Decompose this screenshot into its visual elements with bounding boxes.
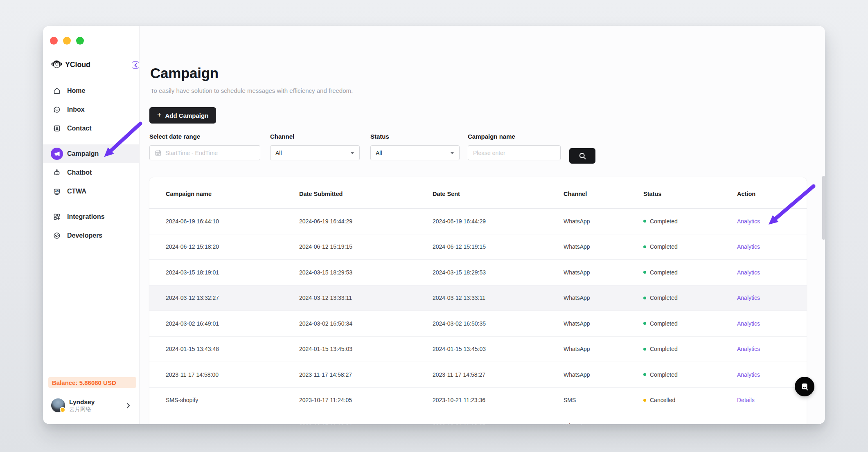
- channel-value: All: [275, 150, 350, 156]
- status-value: All: [376, 150, 450, 156]
- cell-date-sent: 2024-03-12 13:33:11: [433, 295, 564, 301]
- brand-logo: YCloud: [51, 59, 90, 70]
- chevron-left-icon: [134, 63, 138, 67]
- inbox-icon: [53, 106, 61, 114]
- sidebar-item-ctwa[interactable]: ADCTWA: [43, 182, 139, 201]
- table-row[interactable]: 2024-03-02 16:49:012024-03-02 16:50:3420…: [149, 311, 807, 337]
- column-header: Date Submitted: [299, 191, 433, 197]
- table-header-row: Campaign nameDate SubmittedDate SentChan…: [149, 177, 807, 209]
- cell-campaign-name: 2024-03-12 13:32:27: [166, 295, 299, 301]
- cell-campaign-name: 2024-06-19 16:44:10: [166, 218, 299, 225]
- home-icon: [53, 87, 61, 95]
- cell-date-submitted: 2023-10-17 11:24:05: [299, 397, 433, 403]
- table-row[interactable]: 2023-11-17 14:58:002023-11-17 14:58:2720…: [149, 362, 807, 388]
- sidebar-item-inbox[interactable]: Inbox: [43, 100, 139, 119]
- channel-select[interactable]: All: [270, 145, 360, 160]
- action-link-analytics[interactable]: Analytics: [737, 346, 760, 352]
- cell-status: Completed: [643, 346, 737, 352]
- desktop-background: YCloud HomeInboxContactCampaignChatbotAD…: [0, 0, 868, 452]
- cell-campaign-name: 2024-03-02 16:49:01: [166, 320, 299, 327]
- table-row[interactable]: 2024-01-15 13:43:482024-01-15 13:45:0320…: [149, 337, 807, 362]
- status-dot: [643, 220, 646, 223]
- window-controls: [50, 37, 84, 45]
- close-window-button[interactable]: [50, 37, 58, 45]
- cell-date-submitted: 2024-06-12 15:19:15: [299, 243, 433, 250]
- table-row[interactable]: SMS-shopify2023-10-17 11:24:052023-10-21…: [149, 388, 807, 414]
- cell-channel: WhatsApp: [564, 346, 643, 352]
- column-header: Status: [643, 191, 737, 197]
- cell-channel: WhatsApp: [564, 320, 643, 327]
- column-header: Date Sent: [433, 191, 564, 197]
- action-link-details[interactable]: Details: [737, 397, 755, 403]
- filter-channel: Channel All: [270, 133, 360, 160]
- sidebar-item-label: Inbox: [67, 106, 85, 113]
- table-row[interactable]: 2024-03-15 18:19:012024-03-15 18:29:5320…: [149, 260, 807, 286]
- sidebar-collapse-button[interactable]: [132, 61, 139, 69]
- sidebar-item-contact[interactable]: Contact: [43, 119, 139, 138]
- table-row[interactable]: 2024-03-12 13:32:272024-03-12 13:33:1120…: [149, 286, 807, 311]
- cell-date-sent: 2024-06-12 15:19:15: [433, 243, 564, 250]
- svg-text:AD: AD: [55, 190, 59, 193]
- cell-channel: WhatsApp: [564, 243, 643, 250]
- status-dot: [643, 297, 646, 299]
- table-row[interactable]: 2024-06-19 16:44:102024-06-19 16:44:2920…: [149, 209, 807, 234]
- cell-date-sent: 2024-01-15 13:45:03: [433, 346, 564, 352]
- campaign-name-input[interactable]: Please enter: [468, 145, 561, 160]
- presence-dot: [60, 407, 65, 413]
- sidebar-item-chatbot[interactable]: Chatbot: [43, 163, 139, 182]
- cell-campaign-name: 2024-03-15 18:19:01: [166, 269, 299, 276]
- sidebar-item-developers[interactable]: Developers: [43, 226, 139, 245]
- action-link-analytics[interactable]: Analytics: [737, 295, 760, 301]
- action-link-analytics[interactable]: Analytics: [737, 320, 760, 327]
- app-window: YCloud HomeInboxContactCampaignChatbotAD…: [43, 26, 825, 424]
- chat-widget-button[interactable]: [795, 377, 814, 396]
- sidebar-item-label: Developers: [67, 232, 102, 239]
- brand-name: YCloud: [65, 61, 90, 69]
- zoom-window-button[interactable]: [76, 37, 84, 45]
- sidebar-item-home[interactable]: Home: [43, 81, 139, 100]
- ctwa-ad-icon: AD: [53, 187, 61, 196]
- add-campaign-label: Add Campaign: [165, 112, 209, 119]
- cell-action: Analytics: [737, 346, 790, 352]
- status-label: Completed: [650, 371, 678, 378]
- cell-date-submitted: 2023-11-17 14:58:27: [299, 371, 433, 378]
- status-select[interactable]: All: [370, 145, 460, 160]
- sidebar-item-campaign[interactable]: Campaign: [43, 144, 139, 163]
- cell-date-submitted: 2024-03-15 18:29:53: [299, 269, 433, 276]
- cell-date-submitted: 2024-03-02 16:50:34: [299, 320, 433, 327]
- table-body: 2024-06-19 16:44:102024-06-19 16:44:2920…: [149, 209, 807, 424]
- search-button[interactable]: [569, 148, 595, 164]
- user-org: 云片网络: [69, 406, 126, 413]
- action-link-analytics[interactable]: Analytics: [737, 371, 760, 378]
- table-row[interactable]: 2024-06-12 15:18:202024-06-12 15:19:1520…: [149, 234, 807, 260]
- sidebar-item-integrations[interactable]: Integrations: [43, 207, 139, 226]
- chevron-down-icon: [350, 152, 354, 154]
- ycloud-monkey-logo-icon: [51, 59, 62, 70]
- campaign-name-label: Campaign name: [468, 133, 561, 140]
- cell-action: Analytics: [737, 243, 790, 250]
- action-link-analytics[interactable]: Analytics: [737, 269, 760, 276]
- balance-badge: Balance: 5.86080 USD: [48, 377, 136, 388]
- contact-icon: [53, 124, 61, 133]
- cell-date-sent: 2023-10-21 11:23:36: [433, 397, 564, 403]
- add-campaign-button[interactable]: + Add Campaign: [149, 107, 216, 124]
- chevron-down-icon: [450, 152, 454, 154]
- scrollbar-thumb[interactable]: [822, 176, 825, 240]
- column-header: Campaign name: [166, 191, 299, 197]
- cell-campaign-name: 2024-06-12 15:18:20: [166, 243, 299, 250]
- cell-action: Details: [737, 397, 790, 403]
- cell-action: Analytics: [737, 218, 790, 225]
- action-link-analytics[interactable]: Analytics: [737, 218, 760, 225]
- page-title: Campaign: [150, 65, 219, 81]
- action-link-analytics[interactable]: Analytics: [737, 243, 760, 250]
- filter-date-range: Select date range StartTime - EndTime: [149, 133, 260, 160]
- minimize-window-button[interactable]: [63, 37, 71, 45]
- chatbot-icon: [53, 169, 61, 177]
- table-row[interactable]: 2023-10-17 11:10:042023-10-21 11:10:05Wh…: [149, 413, 807, 424]
- date-range-input[interactable]: StartTime - EndTime: [149, 145, 260, 160]
- cell-date-sent: 2024-03-15 18:29:53: [433, 269, 564, 276]
- cell-channel: WhatsApp: [564, 269, 643, 276]
- channel-label: Channel: [270, 133, 360, 140]
- user-profile[interactable]: Lyndsey 云片网络: [43, 395, 139, 416]
- user-name: Lyndsey: [69, 398, 126, 406]
